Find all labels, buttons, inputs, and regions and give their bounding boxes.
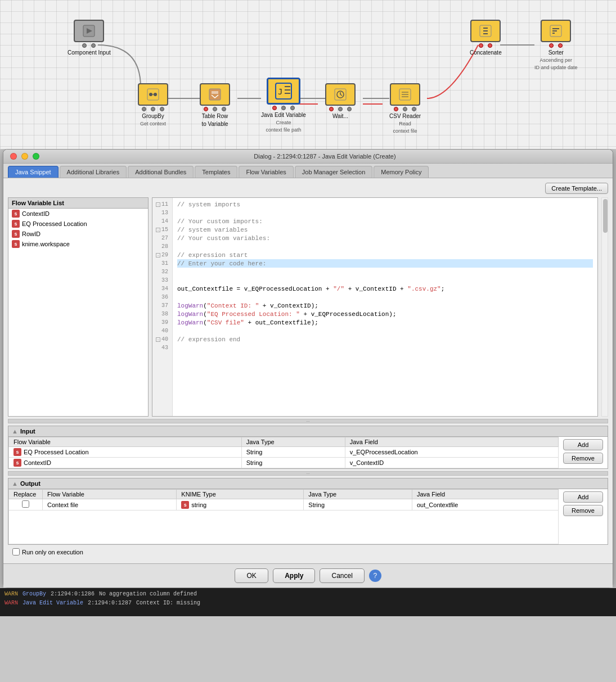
run-only-checkbox-label[interactable]: Run only on execution — [12, 548, 83, 555]
flow-var-item-knime-workspace[interactable]: s knime.workspace — [8, 239, 148, 249]
node-wait[interactable]: Wait... — [325, 83, 356, 119]
cancel-button[interactable]: Cancel — [320, 568, 364, 583]
node-groupby[interactable]: GroupBy Get context — [138, 83, 168, 127]
close-button[interactable] — [10, 153, 17, 160]
output-row-0-checkbox[interactable] — [22, 500, 29, 508]
warn-msg-2: Context ID: missing — [136, 600, 200, 606]
code-line-6 — [177, 242, 593, 251]
input-resize-handle[interactable]: ▲ — [12, 428, 18, 435]
output-row-0[interactable]: Context file s string String out_Context… — [9, 499, 559, 511]
code-line-5: // Your custom variables: — [177, 234, 593, 242]
dialog-toolbar: Create Template... — [8, 183, 608, 194]
input-row-1-java-field: v_ContextID — [345, 458, 558, 468]
output-col-flow-variable: Flow Variable — [43, 490, 177, 499]
warn-node-1: GroupBy — [23, 591, 46, 597]
code-line-11: out_Contextfile = v_EQProcessedLocation … — [177, 284, 593, 293]
output-remove-button[interactable]: Remove — [563, 505, 603, 516]
code-line-17: // expression end — [177, 335, 593, 344]
var-label-eq-processed: EQ Processed Location — [22, 220, 87, 227]
bottom-row: Run only on execution — [8, 545, 608, 559]
tab-additional-bundles[interactable]: Additional Bundles — [128, 166, 194, 178]
resize-bar-code[interactable]: ··· — [8, 419, 608, 423]
flow-var-item-contextid[interactable]: s ContextID — [8, 209, 148, 219]
code-line-14: logWarn("EQ Processed Location: " + v_EQ… — [177, 310, 593, 318]
flow-variable-list: Flow Variable List s ContextID s EQ Proc… — [8, 197, 149, 417]
flow-var-item-eq-processed[interactable]: s EQ Processed Location — [8, 219, 148, 229]
dialog-body: Create Template... Flow Variable List s … — [3, 178, 613, 563]
var-label-knime-workspace: knime.workspace — [22, 241, 70, 247]
input-row-1[interactable]: s ContextID String v_ContextID — [9, 458, 559, 468]
output-table-wrap: Replace Flow Variable KNIME Type Java Ty… — [8, 489, 559, 544]
warn-label-2: WARN — [5, 600, 18, 606]
maximize-button[interactable] — [33, 153, 39, 160]
code-line-3: // Your custom imports: — [177, 217, 593, 225]
code-line-1: // system imports — [177, 200, 593, 209]
resize-bar-io[interactable]: ··· — [8, 471, 608, 476]
node-java-edit-variable[interactable]: J Java Edit Variable Create context file… — [261, 78, 306, 133]
create-template-button[interactable]: Create Template... — [545, 183, 608, 194]
node-table-row-to-variable[interactable]: Table Row to Variable — [200, 83, 230, 127]
input-row-1-flow-var: s ContextID — [9, 458, 242, 468]
ok-button[interactable]: OK — [235, 568, 268, 583]
var-icon-rowid: s — [12, 230, 20, 238]
output-row-0-java-type: String — [304, 499, 412, 511]
node-concatenate[interactable]: Concatenate — [470, 20, 502, 56]
output-buttons: Add Remove — [559, 489, 608, 544]
svg-point-14 — [154, 93, 157, 96]
help-button[interactable]: ? — [369, 570, 381, 582]
tab-additional-libraries[interactable]: Additional Libraries — [60, 166, 127, 178]
input-col-java-type: Java Type — [241, 437, 345, 447]
input-row-0-icon: s — [14, 448, 21, 456]
output-row-0-flow-var: Context file — [43, 499, 177, 511]
code-line-4: // system variables — [177, 225, 593, 234]
svg-point-13 — [149, 93, 152, 96]
input-row-0[interactable]: s EQ Processed Location String v_EQProce… — [9, 447, 559, 458]
code-line-2 — [177, 209, 593, 217]
warn-line-2: WARN Java Edit Variable 2:1294:0:1287 Co… — [5, 598, 611, 607]
input-section: ▲ Input Flow Variable Java Type Java Fie… — [8, 426, 608, 469]
tab-templates[interactable]: Templates — [195, 166, 237, 178]
output-resize-handle[interactable]: ▲ — [12, 480, 18, 487]
dialog-buttons: OK Apply Cancel ? — [3, 563, 613, 588]
output-row-0-java-field: out_Contextfile — [412, 499, 558, 511]
code-line-8: // Enter your code here: — [177, 259, 593, 268]
v-scroll-thumb[interactable] — [603, 199, 608, 233]
output-add-button[interactable]: Add — [563, 491, 603, 503]
input-remove-button[interactable]: Remove — [563, 453, 603, 464]
input-row-0-java-field: v_EQProcessedLocation — [345, 447, 558, 458]
output-section-header: ▲ Output — [8, 478, 608, 489]
input-col-flow-variable: Flow Variable — [9, 437, 242, 447]
input-add-button[interactable]: Add — [563, 439, 603, 450]
var-label-contextid: ContextID — [22, 210, 50, 217]
node-component-input[interactable]: Component Input — [68, 20, 111, 56]
vertical-scrollbar[interactable] — [601, 197, 608, 417]
warn-node-2: Java Edit Variable — [23, 600, 83, 606]
code-lines[interactable]: // system imports // Your custom imports… — [173, 198, 597, 416]
run-only-checkbox[interactable] — [12, 548, 20, 555]
input-row-0-java-type: String — [241, 447, 345, 458]
var-icon-contextid: s — [12, 210, 20, 218]
tab-memory-policy[interactable]: Memory Policy — [374, 166, 429, 178]
apply-button[interactable]: Apply — [273, 568, 315, 583]
node-sorter[interactable]: Sorter Ascending per ID and update date — [534, 20, 578, 70]
code-editor[interactable]: -11 13 14 -15 27 28 -29 31 32 33 34 36 3… — [152, 197, 598, 417]
input-table-layout: Flow Variable Java Type Java Field s — [8, 437, 608, 468]
output-row-0-replace[interactable] — [9, 499, 43, 511]
code-line-16 — [177, 327, 593, 335]
input-row-1-java-type: String — [241, 458, 345, 468]
tab-java-snippet[interactable]: Java Snippet — [8, 166, 59, 178]
dialog-titlebar: Dialog - 2:1294:0:1287 - Java Edit Varia… — [3, 150, 613, 164]
input-table-wrap: Flow Variable Java Type Java Field s — [8, 437, 559, 468]
tab-flow-variables[interactable]: Flow Variables — [239, 166, 293, 178]
node-csv-reader[interactable]: CSV Reader Read context file — [389, 83, 421, 134]
flow-var-item-rowid[interactable]: s RowID — [8, 229, 148, 239]
tab-job-manager-selection[interactable]: Job Manager Selection — [295, 166, 373, 178]
input-buttons: Add Remove — [559, 437, 608, 468]
warn-id-1: 2:1294:0:1286 — [51, 591, 95, 597]
horizontal-scrollbar[interactable] — [152, 416, 597, 417]
minimize-button[interactable] — [21, 153, 28, 160]
flow-variable-list-header: Flow Variable List — [8, 198, 148, 209]
var-icon-eq-processed: s — [12, 220, 20, 228]
output-col-java-field: Java Field — [412, 490, 558, 499]
output-col-knime-type: KNIME Type — [177, 490, 304, 499]
